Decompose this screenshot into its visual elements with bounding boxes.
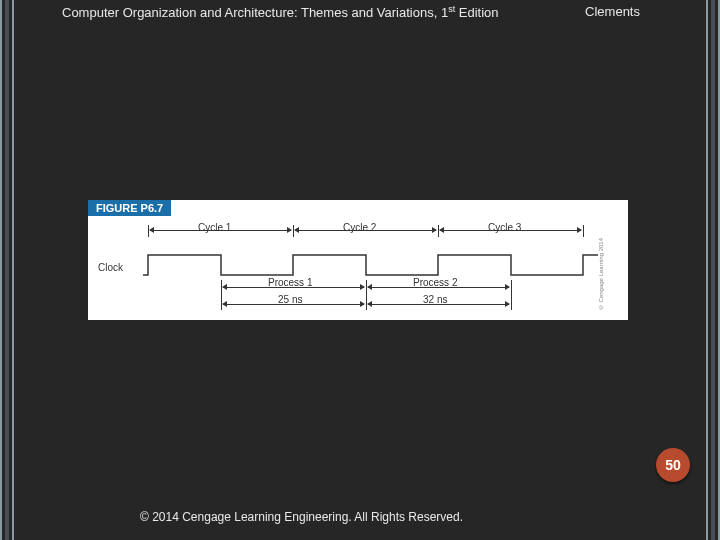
clock-waveform (143, 250, 603, 280)
tick (511, 280, 512, 310)
duration-label: 25 ns (278, 294, 302, 305)
timing-diagram: Cycle 1 Cycle 2 Cycle 3 Clock Process 1 … (98, 222, 608, 314)
page-number: 50 (665, 457, 681, 473)
process-label: Process 1 (268, 277, 312, 288)
tick (583, 225, 584, 237)
footer-copyright: © 2014 Cengage Learning Engineering. All… (140, 510, 463, 524)
left-border (0, 0, 14, 540)
author-name: Clements (585, 4, 640, 19)
figure-copyright: © Cengage Learning 2014 (598, 238, 604, 310)
slide-header: Computer Organization and Architecture: … (62, 4, 660, 20)
cycle-label: Cycle 1 (198, 222, 231, 233)
figure-label: FIGURE P6.7 (88, 200, 171, 216)
cycle-label: Cycle 2 (343, 222, 376, 233)
duration-label: 32 ns (423, 294, 447, 305)
clock-label: Clock (98, 262, 123, 273)
figure-panel: FIGURE P6.7 Cycle 1 Cycle 2 Cycle 3 Cloc… (88, 200, 628, 320)
page-number-badge: 50 (656, 448, 690, 482)
book-title: Computer Organization and Architecture: … (62, 5, 499, 20)
cycle-label: Cycle 3 (488, 222, 521, 233)
right-border (706, 0, 720, 540)
process-label: Process 2 (413, 277, 457, 288)
